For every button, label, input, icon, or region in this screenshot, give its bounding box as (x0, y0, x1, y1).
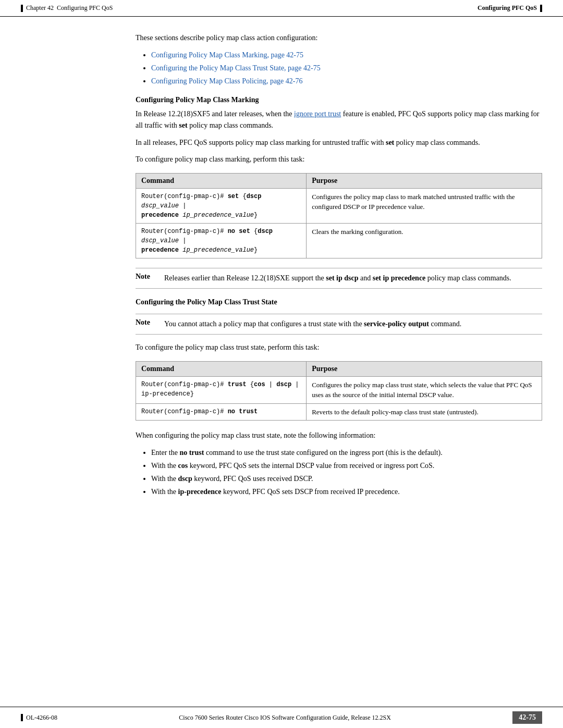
doc-number: OL-4266-08 (26, 714, 57, 722)
note2-label: Note (136, 318, 159, 327)
trust-table: Command Purpose Router(config-pmap-c)# t… (136, 361, 542, 421)
header-bar-left (21, 5, 23, 12)
note2-text: You cannot attach a policy map that conf… (164, 318, 461, 330)
ignore-port-trust-link[interactable]: ignore port trust (294, 110, 341, 118)
section2-heading: Configuring the Policy Map Class Trust S… (136, 298, 542, 306)
intro-text: These sections describe policy map class… (136, 32, 542, 43)
trust-info-bullets: Enter the no trust command to use the tr… (151, 447, 542, 497)
purpose-cell: Reverts to the default policy-map class … (307, 403, 542, 421)
cmd-cell: Router(config-pmap-c)# trust {cos | dscp… (136, 376, 307, 403)
section1-para1: In Release 12.2(18)SXF5 and later releas… (136, 108, 542, 132)
footer-left: OL-4266-08 (21, 714, 57, 722)
table-row: Router(config-pmap-c)# trust {cos | dscp… (136, 376, 542, 403)
purpose-cell: Configures the policy map class to mark … (307, 188, 542, 223)
list-item: With the ip-precedence keyword, PFC QoS … (151, 486, 542, 497)
note1-label: Note (136, 273, 159, 281)
marking-table: Command Purpose Router(config-pmap-c)# s… (136, 173, 542, 258)
bullet-link-item: Configuring Policy Map Class Policing, p… (151, 76, 542, 87)
list-item: With the dscp keyword, PFC QoS uses rece… (151, 473, 542, 484)
section1-para3: To configure policy map class marking, p… (136, 154, 542, 165)
purpose-cell: Configures the policy map class trust st… (307, 376, 542, 403)
cmd-cell: Router(config-pmap-c)# no set {dscp dscp… (136, 223, 307, 258)
main-content: These sections describe policy map class… (0, 17, 563, 537)
header-right: Configuring PFC QoS (478, 4, 542, 12)
table-row: Router(config-pmap-c)# no set {dscp dscp… (136, 223, 542, 258)
section1-heading: Configuring Policy Map Class Marking (136, 96, 542, 104)
bullet-link[interactable]: Configuring Policy Map Class Policing, p… (151, 77, 302, 85)
bullet-link-item: Configuring the Policy Map Class Trust S… (151, 63, 542, 73)
marking-table-cmd-header: Command (136, 173, 307, 188)
footer-bar (21, 714, 23, 721)
page-header: Chapter 42 Configuring PFC QoS Configuri… (0, 0, 563, 17)
page-number: 42-75 (512, 711, 542, 724)
trust-table-purpose-header: Purpose (307, 361, 542, 376)
trust-info-intro: When configuring the policy map class tr… (136, 430, 542, 441)
bullet-link[interactable]: Configuring Policy Map Class Marking, pa… (151, 51, 303, 59)
bullet-link[interactable]: Configuring the Policy Map Class Trust S… (151, 64, 321, 72)
marking-table-purpose-header: Purpose (307, 173, 542, 188)
trust-table-cmd-header: Command (136, 361, 307, 376)
bullet-link-item: Configuring Policy Map Class Marking, pa… (151, 50, 542, 60)
header-right-title: Configuring PFC QoS (478, 4, 537, 12)
chapter-label: Chapter 42 (26, 4, 54, 12)
cmd-cell: Router(config-pmap-c)# set {dscp dscp_va… (136, 188, 307, 223)
table-row: Router(config-pmap-c)# set {dscp dscp_va… (136, 188, 542, 223)
table-row: Router(config-pmap-c)# no trustReverts t… (136, 403, 542, 421)
section2-para: To configure the policy map class trust … (136, 342, 542, 353)
purpose-cell: Clears the marking configuration. (307, 223, 542, 258)
cmd-cell: Router(config-pmap-c)# no trust (136, 403, 307, 421)
list-item: With the cos keyword, PFC QoS sets the i… (151, 460, 542, 471)
header-bar-right (540, 5, 542, 12)
page-footer: OL-4266-08 Cisco 7600 Series Router Cisc… (0, 707, 563, 728)
section1-para2: In all releases, PFC QoS supports policy… (136, 137, 542, 149)
bullet-link-list: Configuring Policy Map Class Marking, pa… (151, 50, 542, 87)
header-left: Chapter 42 Configuring PFC QoS (21, 4, 113, 12)
footer-center-text: Cisco 7600 Series Router Cisco IOS Softw… (57, 714, 512, 722)
note2-box: Note You cannot attach a policy map that… (136, 314, 542, 335)
list-item: Enter the no trust command to use the tr… (151, 447, 542, 458)
chapter-title: Configuring PFC QoS (57, 4, 113, 12)
note1-box: Note Releases earlier than Release 12.2(… (136, 268, 542, 289)
note1-text: Releases earlier than Release 12.2(18)SX… (164, 273, 511, 284)
